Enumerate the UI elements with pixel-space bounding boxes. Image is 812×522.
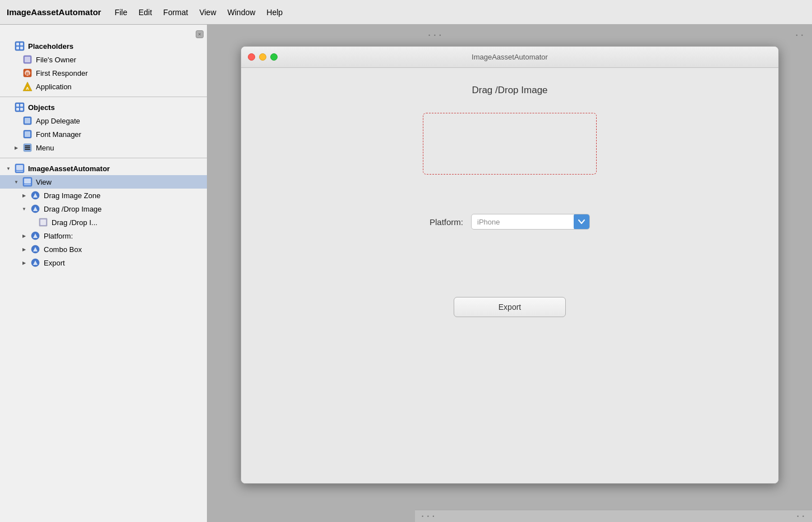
sidebar-section-image-automator[interactable]: ImageAassetAutomator xyxy=(0,162,207,175)
menu-triangle[interactable] xyxy=(13,145,19,150)
sidebar-item-export[interactable]: Export xyxy=(0,256,207,269)
drag-image-zone-icon xyxy=(30,190,40,200)
placeholders-icon xyxy=(15,41,25,51)
sidebar-item-drag-image-zone[interactable]: Drag Image Zone xyxy=(0,189,207,202)
outer-top-dots-left: • • • xyxy=(428,33,442,38)
sidebar-section-placeholders[interactable]: Placeholders xyxy=(0,39,207,53)
files-owner-icon xyxy=(22,54,33,65)
view-triangle[interactable] xyxy=(13,179,19,185)
svg-rect-24 xyxy=(25,149,30,150)
divider-2 xyxy=(0,158,207,158)
platform-triangle[interactable] xyxy=(21,233,27,239)
bottom-dots-left: • • • xyxy=(422,514,435,519)
drag-drop-zone[interactable] xyxy=(423,113,597,175)
platform-dropdown-button[interactable] xyxy=(574,214,589,230)
menu-view[interactable]: View xyxy=(199,8,216,17)
sidebar-item-application[interactable]: A Application xyxy=(0,80,207,93)
application-icon: A xyxy=(22,81,33,91)
content-pane: • • • • • ImageAassetAutomator Drag /Dro… xyxy=(207,25,812,522)
drag-drop-image-icon xyxy=(30,204,40,214)
sidebar-item-view[interactable]: View xyxy=(0,175,207,189)
window-titlebar: ImageAassetAutomator xyxy=(241,47,778,68)
svg-rect-2 xyxy=(20,43,23,45)
sidebar-item-first-responder[interactable]: R First Responder xyxy=(0,66,207,80)
menu-help[interactable]: Help xyxy=(266,8,283,17)
window-maximize-button[interactable] xyxy=(270,53,278,61)
objects-icon xyxy=(15,102,25,112)
svg-rect-30 xyxy=(24,184,31,185)
application-label: Application xyxy=(36,83,72,91)
menu-format[interactable]: Format xyxy=(163,8,188,17)
window-content: Drag /Drop Image Platform: iPhone xyxy=(241,68,778,483)
sidebar-item-files-owner[interactable]: File's Owner xyxy=(0,53,207,66)
platform-field-label: Platform: xyxy=(430,217,463,227)
svg-rect-6 xyxy=(25,57,30,62)
app-delegate-label: App Delegate xyxy=(36,117,80,125)
svg-rect-1 xyxy=(16,43,19,45)
export-tree-label: Export xyxy=(44,259,65,267)
sidebar-item-combo-box[interactable]: Combo Box xyxy=(0,242,207,256)
drag-drop-image-triangle[interactable] xyxy=(21,206,27,212)
outer-top-dots-right: • • xyxy=(796,33,804,38)
window-close-button[interactable] xyxy=(248,53,255,61)
svg-rect-29 xyxy=(24,178,31,184)
sidebar-item-platform[interactable]: Platform: xyxy=(0,229,207,242)
sidebar: × Placeholders File's Owner xyxy=(0,25,207,522)
svg-rect-18 xyxy=(25,118,30,123)
combo-box-icon xyxy=(30,244,40,254)
outer-bottom-bar: • • • • • xyxy=(415,510,812,522)
first-responder-label: First Responder xyxy=(36,69,87,77)
divider-1 xyxy=(0,97,207,97)
menu-edit[interactable]: Edit xyxy=(139,8,152,17)
font-manager-label: Font Manager xyxy=(36,130,81,139)
menu-icon xyxy=(22,143,33,153)
svg-rect-13 xyxy=(16,104,19,107)
sidebar-item-menu[interactable]: Menu xyxy=(0,141,207,154)
window-minimize-button[interactable] xyxy=(259,53,266,61)
image-automator-triangle[interactable] xyxy=(6,166,11,171)
platform-icon xyxy=(30,231,40,241)
chevron-down-icon xyxy=(578,219,585,224)
view-label: View xyxy=(36,178,52,186)
main-area: × Placeholders File's Owner xyxy=(0,25,812,522)
files-owner-label: File's Owner xyxy=(36,56,76,64)
sidebar-item-app-delegate[interactable]: App Delegate xyxy=(0,114,207,127)
svg-rect-26 xyxy=(16,165,23,170)
svg-rect-23 xyxy=(25,147,30,148)
font-manager-icon xyxy=(22,129,33,139)
svg-rect-22 xyxy=(25,145,30,146)
drag-drop-heading: Drag /Drop Image xyxy=(472,85,547,96)
export-tree-triangle[interactable] xyxy=(21,260,27,265)
bottom-dots-right: • • xyxy=(797,514,805,519)
image-automator-label: ImageAassetAutomator xyxy=(28,164,110,173)
drag-image-zone-triangle[interactable] xyxy=(21,193,27,198)
sidebar-section-objects[interactable]: Objects xyxy=(0,100,207,114)
export-tree-icon xyxy=(30,258,40,268)
outer-top-bar: • • • • • xyxy=(421,29,812,42)
svg-text:R: R xyxy=(26,71,29,76)
combo-box-triangle[interactable] xyxy=(21,246,27,252)
menu-label: Menu xyxy=(36,144,54,152)
app-delegate-icon xyxy=(22,116,33,126)
drag-drop-i-label: Drag /Drop I... xyxy=(52,218,98,227)
objects-label: Objects xyxy=(28,103,55,112)
drag-drop-i-icon xyxy=(38,217,48,227)
platform-select-container[interactable]: iPhone xyxy=(471,214,590,230)
sidebar-close-button[interactable]: × xyxy=(196,30,204,38)
sidebar-item-font-manager[interactable]: Font Manager xyxy=(0,127,207,141)
export-button[interactable]: Export xyxy=(454,297,566,317)
platform-row: Platform: iPhone xyxy=(430,214,590,230)
view-icon xyxy=(22,177,33,187)
menu-file[interactable]: File xyxy=(114,8,127,17)
window-title: ImageAassetAutomator xyxy=(472,53,548,61)
sidebar-item-drag-drop-i[interactable]: Drag /Drop I... xyxy=(0,216,207,229)
sidebar-item-drag-drop-image[interactable]: Drag /Drop Image xyxy=(0,202,207,216)
svg-text:A: A xyxy=(26,86,29,91)
menubar: ImageAassetAutomator File Edit Format Vi… xyxy=(0,0,812,25)
drag-drop-image-label: Drag /Drop Image xyxy=(44,205,101,213)
placeholders-label: Placeholders xyxy=(28,42,73,51)
svg-rect-16 xyxy=(20,108,23,111)
svg-rect-15 xyxy=(16,108,19,111)
menu-window[interactable]: Window xyxy=(228,8,256,17)
menubar-items: File Edit Format View Window Help xyxy=(114,8,283,17)
